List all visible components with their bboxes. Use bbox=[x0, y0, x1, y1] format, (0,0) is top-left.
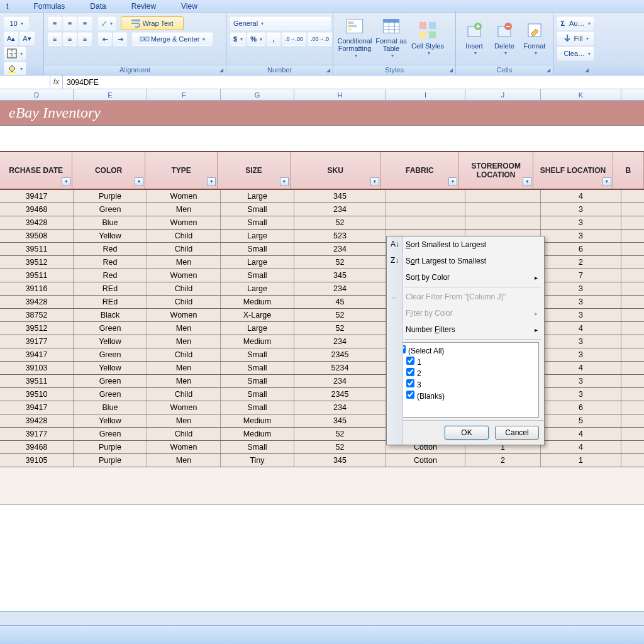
cancel-button[interactable]: Cancel bbox=[495, 426, 539, 440]
cell[interactable]: Child bbox=[147, 388, 221, 401]
cell[interactable]: Women bbox=[147, 441, 221, 453]
menu-item[interactable]: Data bbox=[90, 2, 106, 11]
cell[interactable]: Green bbox=[74, 428, 147, 440]
cell[interactable]: Small bbox=[221, 388, 294, 401]
cell[interactable]: 52 bbox=[294, 322, 386, 335]
cell[interactable]: 3 bbox=[541, 203, 621, 216]
cell[interactable]: 39512 bbox=[0, 322, 74, 335]
cell[interactable]: Small bbox=[221, 401, 294, 414]
cell[interactable]: 234 bbox=[294, 375, 386, 387]
cell[interactable]: Yellow bbox=[74, 230, 147, 242]
fx-icon[interactable]: fx bbox=[50, 75, 63, 89]
cell[interactable]: 234 bbox=[294, 203, 386, 216]
cell[interactable]: 39511 bbox=[0, 269, 74, 282]
cell[interactable]: Large bbox=[221, 322, 294, 335]
cell[interactable]: 3 bbox=[541, 296, 621, 308]
cell[interactable]: Black bbox=[74, 309, 147, 321]
cell[interactable]: Men bbox=[147, 335, 221, 348]
increase-indent-icon[interactable]: ⇥ bbox=[113, 32, 127, 46]
filter-dropdown-icon[interactable]: ▼ bbox=[602, 177, 611, 186]
align-right-icon[interactable]: ≡ bbox=[78, 32, 92, 46]
cell[interactable]: Women bbox=[147, 269, 221, 282]
filter-dropdown-icon[interactable]: ▼ bbox=[62, 177, 70, 186]
cell[interactable]: Tiny bbox=[221, 454, 294, 467]
sort-ascending[interactable]: A↓Sort Smallest to Largest bbox=[387, 236, 544, 253]
menu-item[interactable]: Formulas bbox=[33, 2, 65, 11]
table-row[interactable]: 39417BlueWomenSmall2346 bbox=[0, 401, 644, 414]
cell[interactable]: Women bbox=[147, 309, 221, 321]
cell[interactable]: Men bbox=[147, 203, 221, 216]
table-row[interactable]: 39510GreenChildSmall23453 bbox=[0, 388, 644, 401]
sort-descending[interactable]: Z↓Sort Largest to Smallest bbox=[387, 253, 544, 269]
cell[interactable]: Green bbox=[74, 203, 147, 216]
cell[interactable]: 5 bbox=[541, 414, 621, 427]
cell[interactable]: 523 bbox=[294, 230, 386, 242]
cell[interactable]: 39105 bbox=[0, 454, 74, 467]
menu-item[interactable]: Review bbox=[131, 2, 156, 11]
cell[interactable]: 39468 bbox=[0, 441, 74, 453]
filter-dropdown-icon[interactable]: ▼ bbox=[523, 177, 531, 186]
cell[interactable]: 345 bbox=[294, 454, 386, 467]
cell[interactable]: 4 bbox=[541, 190, 621, 203]
table-row[interactable]: 39511RedChildSmall2346 bbox=[0, 243, 644, 256]
table-row[interactable]: 39116REdChildLarge2343 bbox=[0, 282, 644, 296]
cell[interactable]: REd bbox=[74, 282, 147, 295]
table-row[interactable]: 39417GreenChildSmall23453 bbox=[0, 348, 644, 362]
cell[interactable]: Purple bbox=[74, 190, 147, 203]
cell[interactable]: Medium bbox=[221, 296, 294, 308]
increase-font-icon[interactable]: A▴ bbox=[4, 31, 18, 45]
fill-color-button[interactable] bbox=[4, 62, 26, 75]
cell[interactable]: 2345 bbox=[294, 388, 386, 401]
decrease-indent-icon[interactable]: ⇤ bbox=[98, 32, 112, 46]
cell[interactable]: 1 bbox=[541, 454, 621, 467]
cell[interactable]: 39428 bbox=[0, 414, 74, 427]
cell[interactable]: 39468 bbox=[0, 203, 74, 216]
percent-button[interactable]: % bbox=[247, 32, 265, 46]
cell[interactable]: 3 bbox=[541, 230, 621, 242]
cell[interactable]: Large bbox=[221, 256, 294, 269]
formula-input[interactable] bbox=[63, 76, 644, 89]
cell[interactable]: 39177 bbox=[0, 335, 74, 348]
cell[interactable]: Green bbox=[74, 388, 147, 401]
ok-button[interactable]: OK bbox=[445, 426, 489, 440]
cell[interactable]: 52 bbox=[294, 428, 386, 440]
cell[interactable]: Small bbox=[221, 375, 294, 387]
column-headers[interactable]: D E F G H I J K bbox=[0, 89, 644, 101]
cell-styles-button[interactable]: Cell Styles bbox=[410, 16, 445, 60]
cell[interactable] bbox=[465, 216, 541, 229]
cell[interactable]: Medium bbox=[221, 335, 294, 348]
align-bottom-icon[interactable]: ≡ bbox=[78, 16, 92, 30]
cell[interactable]: 345 bbox=[294, 414, 386, 427]
fill-button[interactable]: Fill bbox=[557, 31, 594, 45]
table-row[interactable]: 39512GreenMenLarge524 bbox=[0, 322, 644, 335]
conditional-formatting-button[interactable]: Conditional Formatting bbox=[337, 16, 372, 60]
cell[interactable]: 234 bbox=[294, 243, 386, 255]
cell[interactable]: Women bbox=[147, 216, 221, 229]
cell[interactable]: 39177 bbox=[0, 428, 74, 440]
filter-dropdown-icon[interactable]: ▼ bbox=[370, 177, 379, 186]
cell[interactable]: Child bbox=[147, 230, 221, 242]
cell[interactable]: Medium bbox=[221, 428, 294, 440]
delete-button[interactable]: Delete bbox=[490, 16, 519, 60]
table-row[interactable]: 39511RedWomenSmall3457 bbox=[0, 269, 644, 282]
cell[interactable]: Men bbox=[147, 322, 221, 335]
menu-item[interactable]: t bbox=[6, 2, 8, 11]
font-size-combo[interactable]: 10 bbox=[4, 16, 29, 30]
cell[interactable] bbox=[386, 190, 465, 203]
table-row[interactable]: 39105PurpleMenTiny345Cotton21 bbox=[0, 454, 644, 467]
align-top-icon[interactable]: ≡ bbox=[48, 16, 62, 30]
table-row[interactable]: 39468PurpleWomenSmall52Cotton14 bbox=[0, 441, 644, 454]
currency-button[interactable]: $ bbox=[230, 32, 246, 46]
cell[interactable]: 345 bbox=[294, 269, 386, 282]
cell[interactable]: 3 bbox=[541, 388, 621, 401]
cell[interactable]: Yellow bbox=[74, 414, 147, 427]
cell[interactable]: 39511 bbox=[0, 375, 74, 387]
filter-check[interactable] bbox=[406, 391, 414, 399]
cell[interactable]: 52 bbox=[294, 256, 386, 269]
table-row[interactable]: 39177GreenChildMedium52Cotton24 bbox=[0, 428, 644, 441]
cell[interactable]: 52 bbox=[294, 309, 386, 321]
cell[interactable]: Purple bbox=[74, 454, 147, 467]
cell[interactable]: Women bbox=[147, 190, 221, 203]
cell[interactable]: 39510 bbox=[0, 388, 74, 401]
cell[interactable]: 52 bbox=[294, 441, 386, 453]
